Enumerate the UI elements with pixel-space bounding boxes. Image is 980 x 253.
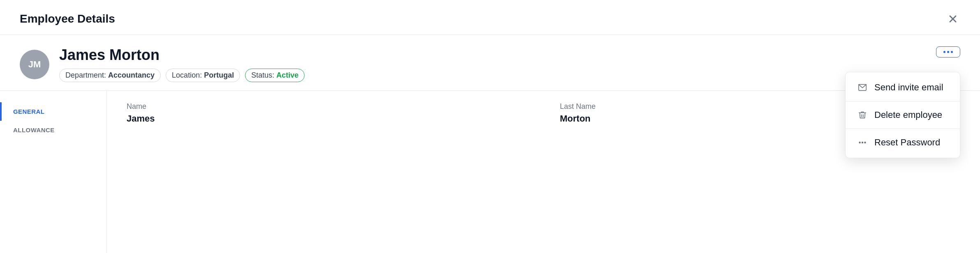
dot-2 [947,51,949,53]
divider-1 [846,101,960,101]
name-field: Name James [127,102,527,124]
modal-header: Employee Details [0,0,980,35]
more-options-button[interactable] [936,46,960,58]
svg-point-5 [864,142,866,143]
badges-row: Department: Accountancy Location: Portug… [59,69,936,82]
status-badge: Status: Active [245,69,305,82]
trash-icon [857,110,868,120]
form-grid: Name James Last Name Morton [127,102,960,124]
svg-point-4 [862,142,863,143]
delete-employee-label: Delete employee [874,110,942,120]
divider-2 [846,129,960,129]
main-content: GENERAL ALLOWANCE Name James Last Name M… [0,91,980,253]
send-invite-label: Send invite email [874,82,943,93]
svg-point-3 [859,142,860,143]
employee-name: James Morton [59,46,936,64]
delete-employee-button[interactable]: Delete employee [846,103,960,127]
name-label: Name [127,102,527,111]
name-value: James [127,113,527,124]
sidebar-item-allowance[interactable]: ALLOWANCE [0,121,106,139]
sidebar: GENERAL ALLOWANCE [0,91,107,253]
reset-password-button[interactable]: Reset Password [846,131,960,154]
dropdown-menu: Send invite email Delete employee [845,72,960,158]
department-badge: Department: Accountancy [59,69,161,82]
reset-password-label: Reset Password [874,137,940,148]
password-icon [857,137,868,148]
employee-details-modal: Employee Details JM James Morton Departm… [0,0,980,253]
dot-1 [943,51,945,53]
location-badge: Location: Portugal [166,69,240,82]
employee-name-badges: James Morton Department: Accountancy Loc… [59,46,936,82]
sidebar-item-general[interactable]: GENERAL [0,102,106,121]
dot-3 [951,51,953,53]
modal-title: Employee Details [20,12,115,25]
employee-info-section: JM James Morton Department: Accountancy … [0,35,980,91]
email-icon [857,82,868,93]
close-button[interactable] [945,12,960,26]
send-invite-email-button[interactable]: Send invite email [846,76,960,99]
avatar: JM [20,50,49,79]
